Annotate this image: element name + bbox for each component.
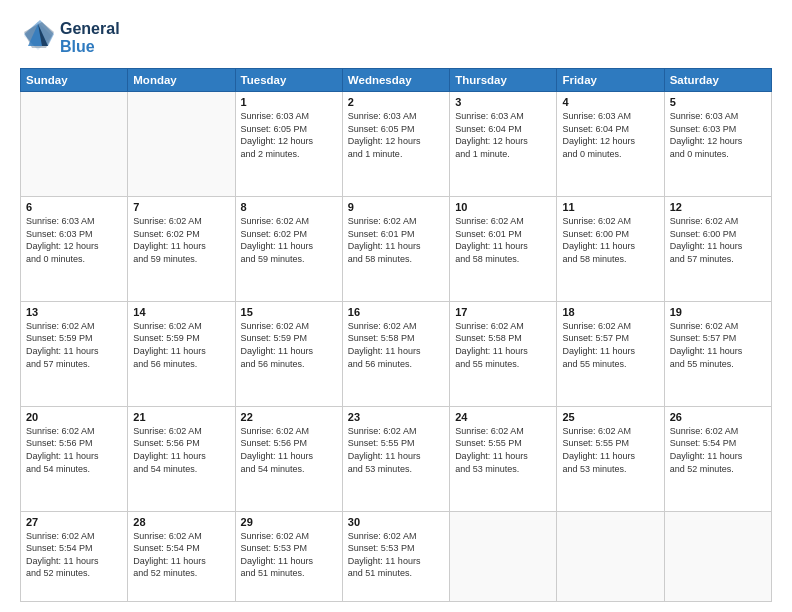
day-info: Sunrise: 6:03 AM Sunset: 6:03 PM Dayligh… <box>670 110 766 160</box>
weekday-header: Tuesday <box>235 69 342 92</box>
calendar-day-cell <box>128 92 235 197</box>
day-number: 9 <box>348 201 444 213</box>
day-number: 18 <box>562 306 658 318</box>
calendar-day-cell: 11Sunrise: 6:02 AM Sunset: 6:00 PM Dayli… <box>557 196 664 301</box>
calendar-day-cell: 27Sunrise: 6:02 AM Sunset: 5:54 PM Dayli… <box>21 511 128 601</box>
calendar-day-cell: 17Sunrise: 6:02 AM Sunset: 5:58 PM Dayli… <box>450 301 557 406</box>
calendar-day-cell: 9Sunrise: 6:02 AM Sunset: 6:01 PM Daylig… <box>342 196 449 301</box>
day-number: 11 <box>562 201 658 213</box>
page: General Blue SundayMondayTuesdayWednesda… <box>0 0 792 612</box>
logo-blue: Blue <box>60 38 120 56</box>
calendar-day-cell: 5Sunrise: 6:03 AM Sunset: 6:03 PM Daylig… <box>664 92 771 197</box>
calendar-week-row: 1Sunrise: 6:03 AM Sunset: 6:05 PM Daylig… <box>21 92 772 197</box>
calendar-day-cell: 21Sunrise: 6:02 AM Sunset: 5:56 PM Dayli… <box>128 406 235 511</box>
calendar-week-row: 27Sunrise: 6:02 AM Sunset: 5:54 PM Dayli… <box>21 511 772 601</box>
day-number: 22 <box>241 411 337 423</box>
calendar-day-cell: 13Sunrise: 6:02 AM Sunset: 5:59 PM Dayli… <box>21 301 128 406</box>
day-info: Sunrise: 6:02 AM Sunset: 5:55 PM Dayligh… <box>455 425 551 475</box>
day-info: Sunrise: 6:02 AM Sunset: 5:58 PM Dayligh… <box>455 320 551 370</box>
calendar-day-cell: 15Sunrise: 6:02 AM Sunset: 5:59 PM Dayli… <box>235 301 342 406</box>
day-number: 8 <box>241 201 337 213</box>
day-info: Sunrise: 6:02 AM Sunset: 6:01 PM Dayligh… <box>348 215 444 265</box>
calendar-day-cell: 4Sunrise: 6:03 AM Sunset: 6:04 PM Daylig… <box>557 92 664 197</box>
day-info: Sunrise: 6:02 AM Sunset: 5:56 PM Dayligh… <box>133 425 229 475</box>
calendar-week-row: 6Sunrise: 6:03 AM Sunset: 6:03 PM Daylig… <box>21 196 772 301</box>
logo: General Blue <box>20 18 120 58</box>
day-number: 5 <box>670 96 766 108</box>
weekday-header: Friday <box>557 69 664 92</box>
calendar-day-cell: 26Sunrise: 6:02 AM Sunset: 5:54 PM Dayli… <box>664 406 771 511</box>
day-number: 2 <box>348 96 444 108</box>
day-info: Sunrise: 6:02 AM Sunset: 5:54 PM Dayligh… <box>670 425 766 475</box>
day-info: Sunrise: 6:02 AM Sunset: 6:02 PM Dayligh… <box>241 215 337 265</box>
logo-icon <box>20 18 56 54</box>
calendar-day-cell: 19Sunrise: 6:02 AM Sunset: 5:57 PM Dayli… <box>664 301 771 406</box>
calendar-day-cell: 18Sunrise: 6:02 AM Sunset: 5:57 PM Dayli… <box>557 301 664 406</box>
day-number: 7 <box>133 201 229 213</box>
calendar-week-row: 13Sunrise: 6:02 AM Sunset: 5:59 PM Dayli… <box>21 301 772 406</box>
day-number: 6 <box>26 201 122 213</box>
day-info: Sunrise: 6:02 AM Sunset: 6:01 PM Dayligh… <box>455 215 551 265</box>
calendar-day-cell: 28Sunrise: 6:02 AM Sunset: 5:54 PM Dayli… <box>128 511 235 601</box>
day-info: Sunrise: 6:02 AM Sunset: 6:02 PM Dayligh… <box>133 215 229 265</box>
day-number: 25 <box>562 411 658 423</box>
calendar-day-cell: 12Sunrise: 6:02 AM Sunset: 6:00 PM Dayli… <box>664 196 771 301</box>
calendar-day-cell: 29Sunrise: 6:02 AM Sunset: 5:53 PM Dayli… <box>235 511 342 601</box>
weekday-header: Saturday <box>664 69 771 92</box>
calendar-day-cell <box>21 92 128 197</box>
calendar-day-cell <box>557 511 664 601</box>
day-info: Sunrise: 6:02 AM Sunset: 5:55 PM Dayligh… <box>348 425 444 475</box>
day-number: 10 <box>455 201 551 213</box>
day-info: Sunrise: 6:02 AM Sunset: 5:58 PM Dayligh… <box>348 320 444 370</box>
day-info: Sunrise: 6:02 AM Sunset: 6:00 PM Dayligh… <box>670 215 766 265</box>
day-info: Sunrise: 6:03 AM Sunset: 6:04 PM Dayligh… <box>562 110 658 160</box>
day-number: 3 <box>455 96 551 108</box>
weekday-header: Wednesday <box>342 69 449 92</box>
calendar-day-cell: 10Sunrise: 6:02 AM Sunset: 6:01 PM Dayli… <box>450 196 557 301</box>
day-number: 1 <box>241 96 337 108</box>
day-number: 13 <box>26 306 122 318</box>
calendar-day-cell: 22Sunrise: 6:02 AM Sunset: 5:56 PM Dayli… <box>235 406 342 511</box>
day-number: 23 <box>348 411 444 423</box>
calendar-table: SundayMondayTuesdayWednesdayThursdayFrid… <box>20 68 772 602</box>
day-info: Sunrise: 6:02 AM Sunset: 5:57 PM Dayligh… <box>670 320 766 370</box>
day-info: Sunrise: 6:03 AM Sunset: 6:04 PM Dayligh… <box>455 110 551 160</box>
day-number: 26 <box>670 411 766 423</box>
day-info: Sunrise: 6:02 AM Sunset: 6:00 PM Dayligh… <box>562 215 658 265</box>
day-number: 30 <box>348 516 444 528</box>
calendar-day-cell: 14Sunrise: 6:02 AM Sunset: 5:59 PM Dayli… <box>128 301 235 406</box>
weekday-header: Sunday <box>21 69 128 92</box>
day-info: Sunrise: 6:02 AM Sunset: 5:53 PM Dayligh… <box>348 530 444 580</box>
day-number: 28 <box>133 516 229 528</box>
calendar-day-cell: 6Sunrise: 6:03 AM Sunset: 6:03 PM Daylig… <box>21 196 128 301</box>
calendar-day-cell: 20Sunrise: 6:02 AM Sunset: 5:56 PM Dayli… <box>21 406 128 511</box>
calendar-day-cell: 24Sunrise: 6:02 AM Sunset: 5:55 PM Dayli… <box>450 406 557 511</box>
header: General Blue <box>20 18 772 58</box>
calendar-day-cell: 16Sunrise: 6:02 AM Sunset: 5:58 PM Dayli… <box>342 301 449 406</box>
calendar-day-cell <box>664 511 771 601</box>
day-info: Sunrise: 6:02 AM Sunset: 5:54 PM Dayligh… <box>26 530 122 580</box>
day-info: Sunrise: 6:02 AM Sunset: 5:59 PM Dayligh… <box>241 320 337 370</box>
day-info: Sunrise: 6:02 AM Sunset: 5:56 PM Dayligh… <box>241 425 337 475</box>
day-number: 29 <box>241 516 337 528</box>
calendar-week-row: 20Sunrise: 6:02 AM Sunset: 5:56 PM Dayli… <box>21 406 772 511</box>
day-info: Sunrise: 6:02 AM Sunset: 5:55 PM Dayligh… <box>562 425 658 475</box>
day-number: 12 <box>670 201 766 213</box>
weekday-header: Monday <box>128 69 235 92</box>
day-number: 15 <box>241 306 337 318</box>
calendar-day-cell: 7Sunrise: 6:02 AM Sunset: 6:02 PM Daylig… <box>128 196 235 301</box>
calendar-day-cell: 25Sunrise: 6:02 AM Sunset: 5:55 PM Dayli… <box>557 406 664 511</box>
calendar-day-cell: 30Sunrise: 6:02 AM Sunset: 5:53 PM Dayli… <box>342 511 449 601</box>
day-number: 20 <box>26 411 122 423</box>
day-info: Sunrise: 6:02 AM Sunset: 5:53 PM Dayligh… <box>241 530 337 580</box>
weekday-header: Thursday <box>450 69 557 92</box>
day-number: 4 <box>562 96 658 108</box>
day-number: 16 <box>348 306 444 318</box>
day-info: Sunrise: 6:02 AM Sunset: 5:57 PM Dayligh… <box>562 320 658 370</box>
calendar-day-cell: 2Sunrise: 6:03 AM Sunset: 6:05 PM Daylig… <box>342 92 449 197</box>
calendar-day-cell: 1Sunrise: 6:03 AM Sunset: 6:05 PM Daylig… <box>235 92 342 197</box>
day-info: Sunrise: 6:03 AM Sunset: 6:03 PM Dayligh… <box>26 215 122 265</box>
calendar-day-cell: 23Sunrise: 6:02 AM Sunset: 5:55 PM Dayli… <box>342 406 449 511</box>
day-number: 27 <box>26 516 122 528</box>
logo-general: General <box>60 20 120 38</box>
